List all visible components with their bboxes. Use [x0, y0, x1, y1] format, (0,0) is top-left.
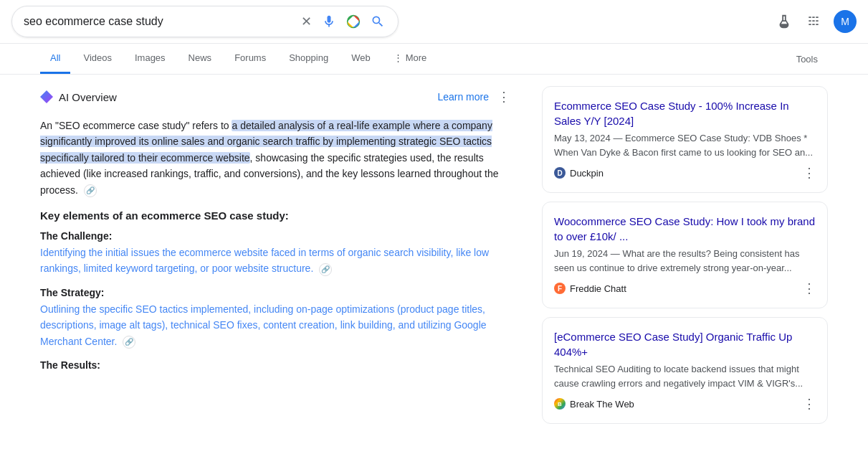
- nav-tabs: All Videos Images News Forums Shopping W…: [0, 44, 868, 75]
- result-source-3: B Break The Web: [554, 398, 634, 410]
- result-more-button-3[interactable]: ⋮: [803, 396, 816, 412]
- ai-overview-title: AI Overview: [59, 91, 117, 103]
- result-more-button-2[interactable]: ⋮: [803, 280, 816, 296]
- ai-intro-before: An "SEO ecommerce case study" refers to: [40, 120, 232, 131]
- favicon-duckpin: D: [554, 167, 566, 179]
- result-footer-2: F Freddie Chatt ⋮: [554, 280, 816, 296]
- result-card-1[interactable]: Ecommerce SEO Case Study - 100% Increase…: [542, 86, 828, 193]
- result-footer-3: B Break The Web ⋮: [554, 396, 816, 412]
- ai-overview-header: AI Overview Learn more ⋮: [40, 86, 513, 108]
- tab-news[interactable]: News: [178, 44, 222, 74]
- citation-icon-3[interactable]: 🔗: [123, 336, 135, 349]
- tab-videos[interactable]: Videos: [73, 44, 122, 74]
- tools-button[interactable]: Tools: [786, 45, 828, 73]
- main-content: AI Overview Learn more ⋮ An "SEO ecommer…: [0, 75, 868, 444]
- result-snippet-2: Jun 19, 2024 — What are the results? Bei…: [554, 247, 816, 275]
- result-title-3: [eCommerce SEO Case Study] Organic Traff…: [554, 329, 816, 359]
- result-snippet-1: May 13, 2024 — Ecommerce SEO Case Study:…: [554, 131, 816, 159]
- more-dots-icon: ⋮: [394, 52, 403, 63]
- strategy-title: The Strategy:: [40, 287, 513, 298]
- search-icons: ✕: [300, 12, 386, 31]
- search-button[interactable]: [369, 13, 386, 30]
- ai-intro-text: An "SEO ecommerce case study" refers to …: [40, 118, 513, 198]
- lens-icon: [346, 14, 361, 29]
- lens-button[interactable]: [345, 13, 362, 30]
- strategy-text: Outlining the specific SEO tactics imple…: [40, 301, 513, 349]
- tab-forums[interactable]: Forums: [224, 44, 276, 74]
- avatar[interactable]: M: [834, 10, 857, 33]
- result-more-button-1[interactable]: ⋮: [803, 165, 816, 181]
- search-icon: [371, 14, 385, 29]
- ai-more-button[interactable]: ⋮: [495, 86, 513, 108]
- tab-web[interactable]: Web: [341, 44, 381, 74]
- right-column: Ecommerce SEO Case Study - 100% Increase…: [542, 86, 828, 433]
- result-title-2: Woocommerce SEO Case Study: How I took m…: [554, 214, 816, 244]
- microphone-button[interactable]: [320, 13, 338, 30]
- citation-icon-1[interactable]: 🔗: [84, 184, 97, 197]
- favicon-freddie: F: [554, 283, 566, 294]
- search-bar: ✕: [11, 6, 399, 37]
- tab-all[interactable]: All: [40, 44, 70, 74]
- header: ✕: [0, 0, 868, 44]
- mic-icon: [322, 14, 336, 29]
- ai-overview-title-row: AI Overview: [40, 90, 117, 103]
- ai-overview-right: Learn more ⋮: [437, 86, 513, 108]
- left-column: AI Overview Learn more ⋮ An "SEO ecommer…: [40, 86, 513, 433]
- result-card-2[interactable]: Woocommerce SEO Case Study: How I took m…: [542, 202, 828, 308]
- section-challenge: The Challenge: Identifying the initial i…: [40, 230, 513, 277]
- tab-shopping[interactable]: Shopping: [279, 44, 338, 74]
- clear-button[interactable]: ✕: [300, 12, 313, 31]
- challenge-title: The Challenge:: [40, 230, 513, 242]
- result-source-1: D Duckpin: [554, 167, 604, 179]
- section-strategy: The Strategy: Outlining the specific SEO…: [40, 287, 513, 349]
- svg-point-1: [351, 19, 356, 24]
- result-card-3[interactable]: [eCommerce SEO Case Study] Organic Traff…: [542, 317, 828, 424]
- learn-more-link[interactable]: Learn more: [437, 91, 489, 103]
- results-title: The Results:: [40, 359, 513, 371]
- key-elements-title: Key elements of an ecommerce SEO case st…: [40, 209, 513, 222]
- result-footer-1: D Duckpin ⋮: [554, 165, 816, 181]
- section-results: The Results:: [40, 359, 513, 371]
- tab-more[interactable]: ⋮ More: [383, 44, 437, 74]
- citation-icon-2[interactable]: 🔗: [319, 263, 332, 276]
- grid-icon: [806, 14, 821, 29]
- result-source-2: F Freddie Chatt: [554, 283, 626, 294]
- labs-icon: [776, 14, 792, 29]
- header-right: M: [775, 10, 857, 33]
- challenge-text: Identifying the initial issues the ecomm…: [40, 245, 513, 277]
- result-title-1: Ecommerce SEO Case Study - 100% Increase…: [554, 98, 816, 128]
- favicon-btw: B: [554, 398, 566, 410]
- search-input[interactable]: [24, 15, 294, 28]
- labs-button[interactable]: [775, 12, 793, 31]
- apps-button[interactable]: [805, 13, 822, 30]
- ai-diamond-icon: [40, 90, 53, 103]
- tab-images[interactable]: Images: [125, 44, 176, 74]
- result-snippet-3: Technical SEO Auditing to locate backend…: [554, 362, 816, 390]
